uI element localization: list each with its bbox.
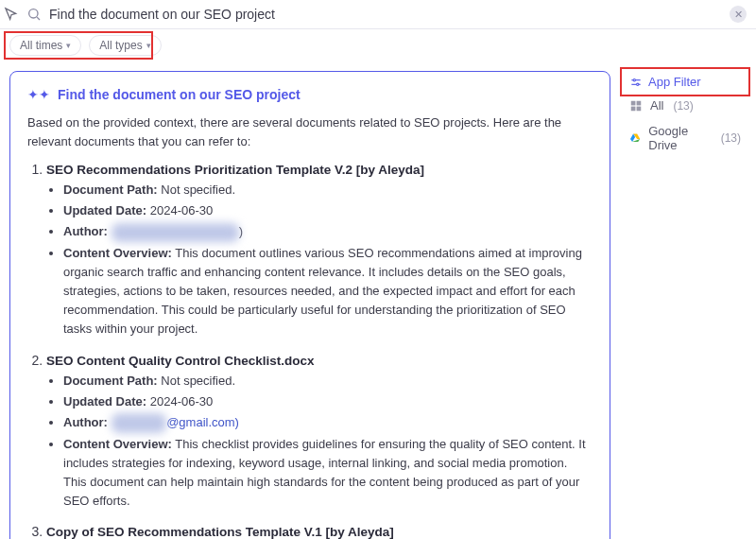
type-filter-label: All types	[99, 39, 142, 52]
sparkle-icon: ✦✦	[27, 87, 50, 102]
chevron-down-icon: ▾	[66, 41, 71, 50]
sliders-icon	[629, 76, 643, 89]
chevron-down-icon: ▾	[146, 41, 151, 50]
google-drive-icon	[629, 131, 641, 145]
app-filter-label: App Filter	[648, 75, 701, 89]
meta-author: Author: redacted author name)	[63, 222, 593, 242]
svg-rect-7	[637, 100, 642, 105]
result-card-title: Find the document on our SEO project	[58, 87, 301, 102]
result-card-body: Based on the provided context, there are…	[27, 113, 593, 539]
meta-overview: Content Overview: This document outlines…	[63, 244, 593, 339]
svg-line-1	[37, 17, 40, 20]
svg-rect-9	[637, 106, 642, 111]
search-icon	[26, 7, 42, 22]
app-filter-button[interactable]: App Filter	[624, 71, 747, 93]
result-item: Copy of SEO Recommendations Template V.1…	[46, 524, 593, 539]
sidebar-item-all[interactable]: All (13)	[624, 93, 747, 118]
filter-row: All times ▾ All types ▾	[0, 29, 756, 61]
meta-overview: Content Overview: This checklist provide…	[63, 435, 593, 512]
redacted-author: redacted author name	[112, 223, 239, 242]
meta-date: Updated Date: 2024-06-30	[63, 392, 593, 411]
result-item-meta: Document Path: Not specified. Updated Da…	[46, 181, 593, 339]
svg-rect-6	[631, 100, 636, 105]
search-bar: ✕	[0, 0, 756, 29]
svg-point-4	[633, 78, 635, 80]
result-item-title: SEO Content Quality Control Checklist.do…	[46, 354, 593, 368]
result-item-meta: Document Path: Not specified. Updated Da…	[46, 372, 593, 511]
meta-author: Author: redacted@gmail.com)	[63, 413, 593, 433]
redacted-author: redacted	[112, 413, 167, 432]
meta-date: Updated Date: 2024-06-30	[63, 201, 593, 220]
result-item: SEO Content Quality Control Checklist.do…	[46, 353, 593, 511]
sidebar-item-google-drive[interactable]: Google Drive (13)	[624, 118, 747, 158]
sidebar-item-count: (13)	[721, 131, 741, 145]
cursor-icon	[4, 7, 19, 22]
svg-point-0	[29, 9, 38, 18]
sidebar-item-count: (13)	[673, 99, 693, 113]
time-filter-label: All times	[20, 39, 62, 52]
result-card: ✦✦ Find the document on our SEO project …	[9, 71, 610, 539]
type-filter-chip[interactable]: All types ▾	[89, 35, 161, 56]
main: ✦✦ Find the document on our SEO project …	[0, 61, 756, 539]
clear-search-button[interactable]: ✕	[730, 6, 747, 23]
meta-path: Document Path: Not specified.	[63, 372, 593, 391]
sidebar-item-label: Google Drive	[648, 124, 711, 152]
result-item-title: SEO Recommendations Prioritization Templ…	[46, 163, 593, 177]
svg-rect-8	[631, 106, 636, 111]
svg-point-5	[637, 83, 639, 85]
meta-path: Document Path: Not specified.	[63, 181, 593, 200]
results-list: SEO Recommendations Prioritization Templ…	[27, 162, 593, 539]
grid-icon	[629, 99, 643, 113]
result-item: SEO Recommendations Prioritization Templ…	[46, 162, 593, 339]
sidebar-item-label: All	[650, 98, 663, 113]
intro-text: Based on the provided context, there are…	[27, 113, 593, 150]
result-card-header: ✦✦ Find the document on our SEO project	[27, 87, 593, 102]
result-item-title: Copy of SEO Recommendations Template V.1…	[46, 525, 593, 539]
time-filter-chip[interactable]: All times ▾	[9, 35, 81, 56]
search-input[interactable]	[49, 7, 722, 22]
sidebar: App Filter All (13) Google Drive (13)	[624, 71, 747, 539]
